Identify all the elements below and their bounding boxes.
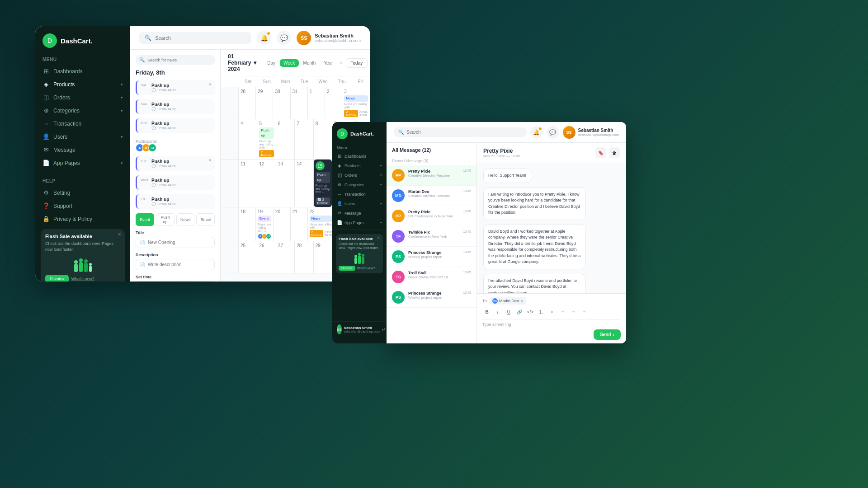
popup-user-expand[interactable]: ⇄ — [382, 327, 386, 332]
notification-button[interactable]: 🔔 — [257, 31, 271, 45]
sidebar-item-transaction[interactable]: ↔ Transaction — [35, 117, 130, 130]
view-day[interactable]: Day — [264, 59, 279, 67]
cal-today-button[interactable]: Today — [346, 58, 368, 68]
send-button[interactable]: Send › — [594, 329, 621, 340]
dismiss-button[interactable]: Dismiss — [45, 275, 69, 282]
cal-day-14[interactable]: 14 — [295, 160, 313, 207]
format-list-unordered[interactable]: • — [547, 307, 557, 316]
desc-input-wrap[interactable]: 📄 — [136, 259, 215, 270]
cal-day-3-news[interactable]: 3 News News are noting with ... 2 Review… — [342, 87, 370, 119]
msg-notification-btn[interactable]: 🔔 — [530, 126, 543, 139]
flash-close-icon[interactable]: ✕ — [118, 232, 121, 237]
cal-day-27[interactable]: 27 — [276, 241, 295, 273]
cal-day-20[interactable]: 20 — [274, 207, 291, 241]
cal-day-31[interactable]: 31 — [291, 87, 308, 119]
cal-day-8[interactable]: 8 — [314, 119, 332, 159]
cal-day-18[interactable]: 18 — [239, 207, 256, 241]
title-input-wrap[interactable]: 📄 — [136, 237, 215, 248]
popup-dismiss-btn[interactable]: Dismiss — [339, 266, 355, 271]
sidebar-item-users[interactable]: 👤 Users ▾ — [35, 130, 130, 143]
sidebar-item-categories[interactable]: ⊛ Categories ▾ — [35, 104, 130, 117]
sidebar-item-setting[interactable]: ⚙ Setting — [35, 186, 130, 199]
tab-news[interactable]: News — [176, 213, 195, 226]
to-close-icon[interactable]: ✕ — [520, 299, 524, 303]
desc-input[interactable] — [148, 262, 211, 267]
cal-day-6[interactable]: 6 — [276, 119, 295, 159]
header-search[interactable]: 🔍 — [139, 32, 251, 44]
popup-new-btn[interactable]: What's new? — [357, 266, 375, 271]
pin-dots[interactable]: ··· — [464, 158, 471, 164]
view-month[interactable]: Month — [300, 59, 320, 67]
popup-dashboards[interactable]: ⊞ Dashboards — [332, 151, 387, 161]
to-recipient-tag[interactable]: MD Martin Deo ✕ — [490, 297, 526, 305]
cal-day-30[interactable]: 30 — [273, 87, 290, 119]
msg-header-user[interactable]: SS Sebastian Smith sebsatian@dashhop.com — [563, 126, 619, 139]
cal-day-2[interactable]: 2 — [325, 87, 342, 119]
msg-chat-btn[interactable]: 💬 — [547, 126, 559, 139]
view-week[interactable]: Week — [280, 59, 298, 67]
cal-day-4[interactable]: 4 — [239, 119, 257, 159]
cal-day-25[interactable]: 25 — [239, 241, 257, 273]
format-italic[interactable]: I — [493, 307, 502, 316]
format-bold[interactable]: B — [482, 307, 491, 316]
search-input[interactable] — [155, 35, 246, 41]
format-link[interactable]: 🔗 — [515, 307, 524, 316]
cal-day-7[interactable]: 7 — [295, 119, 313, 159]
format-more[interactable]: ⋯ — [591, 307, 600, 316]
popup-message[interactable]: ✉ Message — [332, 208, 387, 218]
cal-day-15[interactable]: 15 Push up Push up are noting with ... 🔄… — [314, 160, 332, 207]
news-search-input[interactable] — [147, 58, 211, 62]
cal-prev-button[interactable]: ‹ — [340, 60, 342, 66]
cal-day-11[interactable]: 11 — [239, 160, 257, 207]
msg-item-troll[interactable]: TS Troll Stall Order Status #24197118 10… — [387, 267, 476, 287]
tab-event[interactable]: Event — [136, 213, 154, 226]
msg-item-twinkle[interactable]: TF Twinkle Fix Conference in New York 10… — [387, 226, 476, 247]
popup-users[interactable]: 👤 Users ▾ — [332, 199, 387, 208]
sidebar-item-support[interactable]: ❓ Support — [35, 199, 130, 212]
sidebar-item-products[interactable]: ◈ Products ▾ — [35, 78, 130, 91]
chat-delete-btn[interactable]: 🗑 — [609, 147, 620, 158]
tab-email[interactable]: Email — [196, 213, 215, 226]
cal-day-29b[interactable]: 29 — [314, 241, 332, 273]
tab-pushup[interactable]: Push up — [156, 213, 175, 226]
cal-day-19-event[interactable]: 19 Event Event are noting with ... A B +… — [256, 207, 274, 241]
cal-day-29[interactable]: 29 — [256, 87, 273, 119]
msg-item-pp-ux[interactable]: PP Pretty Pixie UX Conference in New Yor… — [387, 206, 476, 226]
format-code[interactable]: </> — [526, 307, 535, 316]
sidebar-item-privacy[interactable]: 🔒 Privacy & Policy — [35, 212, 130, 225]
cal-day-12[interactable]: 12 — [257, 160, 276, 207]
news-search[interactable]: 🔍 — [136, 55, 215, 65]
calendar-date-picker[interactable]: 01 February 2024 ▾ — [228, 53, 256, 72]
event-close-icon[interactable]: ✕ — [208, 82, 212, 87]
chat-button[interactable]: 💬 — [277, 31, 291, 45]
format-underline[interactable]: U — [504, 307, 513, 316]
cal-day-28b[interactable]: 28 — [295, 241, 313, 273]
format-align-right[interactable]: ≡ — [580, 307, 589, 316]
popup-orders[interactable]: ◫ Orders ▾ — [332, 170, 387, 180]
sidebar-item-message[interactable]: ✉ Message — [35, 143, 130, 156]
set-time-row[interactable]: 15th August at 12:00 📅 — [136, 281, 215, 282]
cal-day-13[interactable]: 13 — [276, 160, 295, 207]
popup-categories[interactable]: ⊛ Categories ▾ — [332, 180, 387, 189]
popup-app-pages[interactable]: 📄 App Pages ▾ — [332, 218, 387, 227]
header-user[interactable]: SS Sebastian Smith sebsatian@dashhop.com — [297, 31, 361, 45]
cal-day-21[interactable]: 21 — [291, 207, 308, 241]
cal-day-1[interactable]: 1 — [308, 87, 325, 119]
popup-flash-close[interactable]: ✕ — [377, 236, 380, 240]
msg-item-pretty-pixie-1[interactable]: PP Pretty Pixie Creative Director Resume… — [387, 165, 476, 186]
cal-day-5-pushup[interactable]: 5 Push up Push up are noting with ... 2 … — [257, 119, 276, 159]
sidebar-item-orders[interactable]: ◫ Orders ▾ — [35, 91, 130, 104]
msg-item-princess-2[interactable]: PS Princess Strange Weekly project repor… — [387, 287, 476, 308]
msg-search-input[interactable] — [406, 130, 522, 135]
msg-item-princess-1[interactable]: PS Princess Strange Weekly project repor… — [387, 247, 476, 267]
format-align-center[interactable]: ≡ — [569, 307, 578, 316]
popup-transaction[interactable]: ↔ Transaction — [332, 189, 387, 199]
whats-new-button[interactable]: What's new? — [71, 275, 94, 282]
msg-search-bar[interactable]: 🔍 — [394, 127, 527, 137]
title-input[interactable] — [148, 240, 211, 245]
chat-bookmark-btn[interactable]: 🔖 — [595, 147, 606, 158]
cal-day-22-news[interactable]: 22 News News are noting with ... 2 Revie… — [308, 207, 336, 241]
event-close-2[interactable]: ✕ — [208, 158, 212, 163]
sidebar-item-app-pages[interactable]: 📄 App Pages ▾ — [35, 156, 130, 169]
format-align-left[interactable]: ≡ — [558, 307, 567, 316]
